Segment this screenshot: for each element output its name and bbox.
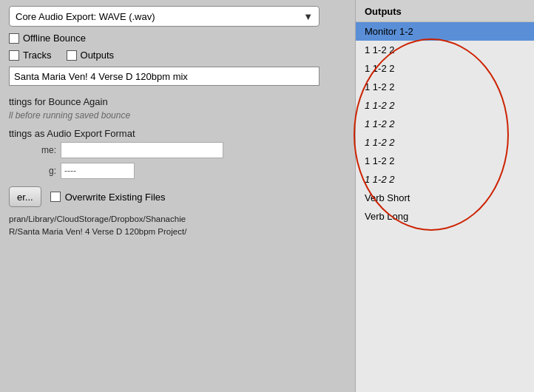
output-item-7[interactable]: 1 1-2 2 bbox=[356, 152, 534, 170]
right-panel: Outputs Monitor 1-21 1-2 21 1-2 21 1-2 2… bbox=[355, 0, 534, 392]
tag-input-row: g: ---- bbox=[9, 163, 346, 179]
output-item-3[interactable]: 1 1-2 2 bbox=[356, 78, 534, 96]
bounce-name-field: Santa Maria Ven! 4 Verse D 120bpm mix bbox=[9, 67, 320, 86]
path-line1: pran/Library/CloudStorage/Dropbox/Shanac… bbox=[9, 213, 346, 226]
tag-input[interactable]: ---- bbox=[61, 163, 135, 179]
outputs-header: Outputs bbox=[356, 0, 534, 22]
output-item-6[interactable]: 1 1-2 2 bbox=[356, 133, 534, 152]
tracks-checkbox-item[interactable]: Tracks bbox=[9, 50, 52, 61]
tag-value: ---- bbox=[64, 166, 76, 176]
outputs-label: Outputs bbox=[81, 50, 115, 61]
section1-label: ttings for Bounce Again bbox=[9, 96, 346, 107]
main-container: Core Audio Export: WAVE (.wav) ▼ ■ Offli… bbox=[0, 0, 534, 392]
offline-bounce-checkbox-item[interactable]: ■ Offline Bounce bbox=[9, 33, 86, 44]
tracks-label: Tracks bbox=[23, 50, 52, 61]
outputs-list: Monitor 1-21 1-2 21 1-2 21 1-2 21 1-2 21… bbox=[356, 22, 534, 392]
name-input-row: me: bbox=[9, 142, 346, 158]
bounce-name-value: Santa Maria Ven! 4 Verse D 120bpm mix bbox=[14, 71, 188, 82]
chevron-down-icon: ▼ bbox=[303, 11, 313, 22]
offline-bounce-row: ■ Offline Bounce bbox=[9, 33, 346, 44]
output-item-2[interactable]: 1 1-2 2 bbox=[356, 59, 534, 78]
outputs-checkbox-item[interactable]: ■ Outputs bbox=[67, 50, 115, 61]
left-panel: Core Audio Export: WAVE (.wav) ▼ ■ Offli… bbox=[0, 0, 355, 392]
offline-bounce-label: Offline Bounce bbox=[23, 33, 86, 44]
overwrite-checkbox-item[interactable]: Overwrite Existing Files bbox=[50, 192, 166, 203]
output-item-0[interactable]: Monitor 1-2 bbox=[356, 22, 534, 41]
output-item-8[interactable]: 1 1-2 2 bbox=[356, 170, 534, 189]
tracks-checkbox[interactable] bbox=[9, 50, 19, 61]
path-line2: R/Santa Maria Ven! 4 Verse D 120bpm Proj… bbox=[9, 226, 346, 238]
tracks-outputs-row: Tracks ■ Outputs bbox=[9, 50, 346, 61]
format-label: Core Audio Export: WAVE (.wav) bbox=[16, 11, 155, 22]
section1-sublabel: ll before running saved bounce bbox=[9, 110, 346, 121]
output-item-1[interactable]: 1 1-2 2 bbox=[356, 41, 534, 59]
format-dropdown[interactable]: Core Audio Export: WAVE (.wav) ▼ bbox=[9, 6, 320, 27]
section2-label: ttings as Audio Export Format bbox=[9, 128, 346, 139]
name-input[interactable] bbox=[61, 142, 223, 158]
offline-bounce-checkbox[interactable]: ■ bbox=[9, 33, 19, 44]
name-field-label: me: bbox=[9, 145, 61, 155]
tag-field-label: g: bbox=[9, 166, 61, 176]
output-item-9[interactable]: Verb Short bbox=[356, 189, 534, 207]
path-display: pran/Library/CloudStorage/Dropbox/Shanac… bbox=[9, 213, 346, 239]
output-item-5[interactable]: 1 1-2 2 bbox=[356, 115, 534, 133]
bounce-button[interactable]: er... bbox=[9, 186, 41, 207]
output-item-4[interactable]: 1 1-2 2 bbox=[356, 96, 534, 115]
outputs-checkbox[interactable]: ■ bbox=[67, 50, 77, 61]
overwrite-checkbox[interactable] bbox=[50, 192, 61, 202]
overwrite-label: Overwrite Existing Files bbox=[65, 192, 166, 203]
bottom-row: er... Overwrite Existing Files bbox=[9, 186, 346, 207]
output-item-10[interactable]: Verb Long bbox=[356, 207, 534, 226]
